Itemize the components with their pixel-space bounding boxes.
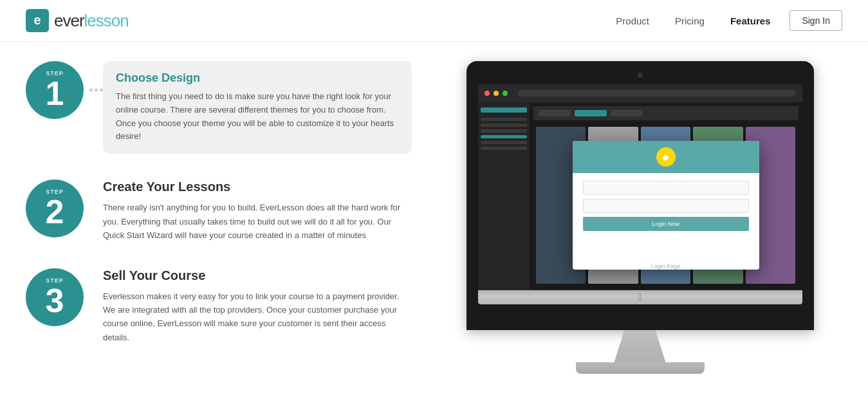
step-1-number: 1	[46, 77, 64, 110]
steps-section: STEP 1 Choose Design The first thing you…	[26, 61, 412, 374]
screen-main-area: ◆ Login Now	[530, 102, 802, 290]
step-1-desc: The first thing you need to do is make s…	[116, 90, 399, 143]
imac-chin: 	[478, 290, 802, 304]
screen-dot-green	[503, 91, 508, 96]
theme-header	[533, 106, 799, 120]
screen-sidebar	[478, 102, 530, 290]
step-1-circle: STEP 1	[26, 61, 84, 119]
step-3-title: Sell Your Course	[103, 268, 412, 283]
screen-dot-red	[485, 91, 490, 96]
logo-icon: e	[26, 9, 49, 32]
step-2-number: 2	[46, 195, 64, 228]
screen-body: ◆ Login Now	[478, 102, 802, 290]
imac-camera	[638, 73, 643, 78]
login-btn-text: Login Now	[652, 221, 679, 227]
login-password-field	[583, 199, 749, 213]
nav-product[interactable]: Product	[609, 12, 656, 30]
svg-text:e: e	[33, 13, 41, 27]
imac-screen: ◆ Login Now	[478, 84, 802, 290]
login-username-field	[583, 181, 749, 195]
sidebar-item-6	[481, 147, 527, 150]
login-page-label: Login Page	[651, 263, 681, 270]
sidebar-item-2	[481, 124, 527, 127]
step-1-label: STEP	[46, 70, 64, 77]
login-logo: ◆	[656, 147, 676, 167]
step-3: STEP 3 Sell Your Course Everlesson makes…	[26, 268, 412, 345]
step-3-content: Sell Your Course Everlesson makes it ver…	[103, 268, 412, 345]
nav-features[interactable]: Features	[724, 12, 777, 30]
screen-content: ◆ Login Now	[478, 84, 802, 290]
step-2: STEP 2 Create Your Lessons There really …	[26, 180, 412, 242]
step-2-label: STEP	[46, 189, 64, 195]
sidebar-item-3	[481, 129, 527, 133]
logo-text: everlesson	[54, 11, 129, 31]
step-3-desc: Everlesson makes it very easy for you to…	[103, 290, 412, 345]
step-1-content: Choose Design The first thing you need t…	[103, 61, 412, 154]
sidebar-item-active	[481, 135, 527, 138]
sidebar-item-1	[481, 118, 527, 121]
monitor: ◆ Login Now	[466, 61, 814, 374]
step-2-desc: There really isn't anything for you to b…	[103, 201, 412, 242]
theme-tab-2	[575, 110, 607, 116]
step-3-label: STEP	[46, 277, 64, 284]
step-2-circle: STEP 2	[26, 180, 84, 237]
sidebar-item-5	[481, 141, 527, 144]
login-modal-body: Login Now	[573, 173, 759, 261]
step-3-circle: STEP 3	[26, 268, 84, 326]
step-2-content: Create Your Lessons There really isn't a…	[103, 180, 412, 242]
theme-tab-3	[611, 110, 643, 116]
step-1-box: Choose Design The first thing you need t…	[103, 61, 412, 154]
logo: e everlesson	[26, 9, 129, 32]
nav-pricing[interactable]: Pricing	[669, 12, 711, 30]
address-bar	[518, 90, 796, 97]
login-submit-btn: Login Now	[583, 217, 749, 231]
main-content: STEP 1 Choose Design The first thing you…	[0, 42, 868, 393]
theme-tab-1	[539, 110, 571, 116]
sign-in-button[interactable]: Sign In	[790, 10, 842, 31]
login-modal-header: ◆	[573, 141, 759, 173]
imac-stand-top	[614, 330, 666, 362]
login-modal: ◆ Login Now	[573, 141, 759, 270]
step-connector	[89, 89, 103, 92]
sidebar-logo-bar	[481, 107, 527, 113]
monitor-section: ◆ Login Now	[438, 61, 842, 374]
apple-logo: 	[638, 291, 642, 303]
step-1-title: Choose Design	[116, 71, 399, 85]
nav: Product Pricing Features Sign In	[609, 10, 842, 31]
screen-header	[478, 84, 802, 102]
step-2-title: Create Your Lessons	[103, 180, 412, 194]
step-3-number: 3	[46, 284, 64, 317]
imac-stand-base	[576, 362, 705, 374]
imac-screen-outer: ◆ Login Now	[466, 61, 814, 330]
themes-grid: ◆ Login Now	[533, 124, 799, 286]
step-1: STEP 1 Choose Design The first thing you…	[26, 61, 412, 154]
header: e everlesson Product Pricing Features Si…	[0, 0, 868, 42]
screen-dot-yellow	[494, 91, 499, 96]
